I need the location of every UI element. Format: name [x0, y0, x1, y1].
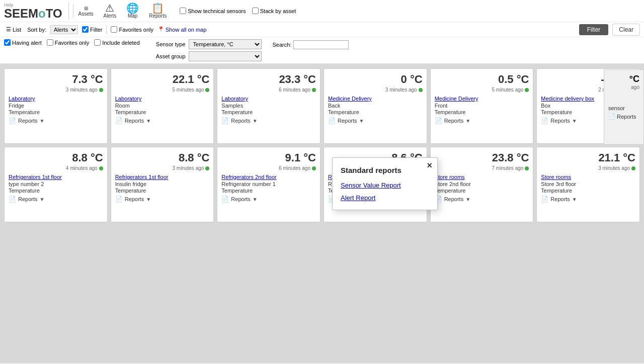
stack-by-asset-checkbox[interactable]: [252, 8, 259, 14]
show-technical-checkbox[interactable]: [180, 8, 186, 14]
card-7-sublocation: Insulin fridge: [115, 181, 210, 187]
clear-button[interactable]: Clear: [612, 24, 640, 36]
include-deleted-label[interactable]: Include deleted: [94, 39, 140, 46]
alert-report-link[interactable]: Alert Report: [341, 194, 427, 202]
map-label: Map: [128, 13, 137, 19]
card-3-dropdown[interactable]: ▼: [359, 118, 364, 124]
favorites-only-toolbar-label[interactable]: Favorites only: [111, 26, 153, 33]
card-5-dropdown[interactable]: ▼: [572, 118, 577, 124]
card-6-status: [99, 166, 103, 170]
popup-close-button[interactable]: ×: [427, 161, 432, 170]
show-all-on-map[interactable]: 📍 Show all on map: [157, 26, 206, 33]
reports-label: Reports: [149, 13, 167, 19]
favorites-only-toolbar-checkbox[interactable]: [111, 26, 117, 33]
logo-dot: o: [38, 7, 46, 20]
card-8-status: [312, 166, 316, 170]
card-1-location[interactable]: Laboratory: [115, 96, 210, 102]
filter-button[interactable]: Filter: [579, 24, 609, 35]
sensor-value-report-link[interactable]: Sensor Value Report: [341, 181, 427, 189]
card-7-dropdown[interactable]: ▼: [146, 197, 151, 202]
list-icon: ☰: [6, 26, 11, 33]
card-1-dropdown[interactable]: ▼: [146, 118, 151, 124]
card-6-location[interactable]: Refrigerators 1st floor: [9, 174, 103, 180]
card-3-location[interactable]: Medicine Delivery: [328, 96, 423, 102]
card-0-temp: 7.3 °C: [9, 73, 103, 86]
reports-nav-button[interactable]: 📋 Reports: [144, 2, 172, 20]
assets-icon: ⊞: [84, 6, 88, 11]
card-2-dropdown[interactable]: ▼: [253, 118, 258, 124]
stack-by-asset-label[interactable]: Stack by asset: [252, 8, 296, 14]
card-2-reports[interactable]: 📄 Reports ▼: [221, 117, 316, 124]
card-7-location[interactable]: Refrigerators 1st floor: [115, 174, 210, 180]
card-0-location[interactable]: Laboratory: [9, 96, 103, 102]
alerts-nav-button[interactable]: ⚠ Alerts: [99, 2, 122, 20]
card-1-reports[interactable]: 📄 Reports ▼: [115, 117, 210, 124]
card-11-reports[interactable]: 📄 Reports ▼: [541, 196, 635, 203]
filter-checks-row: Having alert Favorites only Include dele…: [4, 39, 140, 46]
card-0: 7.3 °C 3 minutes ago Laboratory Fridge T…: [4, 68, 108, 144]
include-deleted-checkbox[interactable]: [94, 39, 101, 46]
list-label: List: [13, 27, 21, 33]
card-8-location[interactable]: Refrigerators 2nd floor: [221, 174, 316, 180]
card-7-status: [205, 166, 209, 170]
card-11-sensor: Temperature: [541, 188, 635, 194]
card-4-temp: 0.5 °C: [435, 73, 529, 86]
sort-select[interactable]: Alerts: [50, 25, 78, 34]
partial-card-reports[interactable]: 📄 Reports: [608, 113, 639, 120]
card-8-reports[interactable]: 📄 Reports ▼: [221, 196, 316, 203]
card-0-dropdown[interactable]: ▼: [40, 118, 45, 124]
card-2-reports-icon: 📄: [221, 117, 229, 124]
card-1-sublocation: Room: [115, 103, 210, 109]
card-7-reports[interactable]: 📄 Reports ▼: [115, 196, 210, 203]
favorites-only-checkbox[interactable]: [47, 39, 53, 46]
card-4-reports[interactable]: 📄 Reports ▼: [435, 117, 529, 124]
card-3-reports[interactable]: 📄 Reports ▼: [328, 117, 423, 124]
card-8-sensor: Temperature: [221, 188, 316, 194]
show-technical-label[interactable]: Show technical sensors: [180, 8, 246, 14]
card-10-reports[interactable]: 📄 Reports ▼: [435, 196, 529, 203]
search-input[interactable]: [293, 40, 349, 49]
card-0-reports[interactable]: 📄 Reports ▼: [9, 117, 103, 124]
card-4: 0.5 °C 5 minutes ago Medicine Delivery F…: [430, 68, 534, 144]
card-1: 22.1 °C 5 minutes ago Laboratory Room Te…: [111, 68, 214, 144]
card-11-location[interactable]: Store rooms: [541, 174, 635, 180]
having-alert-text: Having alert: [12, 40, 42, 46]
card-6-dropdown[interactable]: ▼: [40, 197, 45, 202]
divider1: [106, 25, 107, 34]
having-alert-checkbox[interactable]: [4, 39, 11, 46]
having-alert-label[interactable]: Having alert: [4, 39, 42, 46]
card-5-reports-icon: 📄: [541, 117, 548, 124]
card-6-reports[interactable]: 📄 Reports ▼: [9, 196, 103, 203]
assets-nav-button[interactable]: ⊞ Assets: [73, 5, 99, 18]
card-7-sensor: Temperature: [115, 188, 210, 194]
header-row3: Having alert Favorites only Include dele…: [0, 37, 644, 64]
card-10-dropdown[interactable]: ▼: [465, 197, 470, 202]
card-11-dropdown[interactable]: ▼: [572, 197, 577, 202]
card-10-location[interactable]: Store rooms: [435, 174, 529, 180]
card-10-temp: 23.8 °C: [435, 151, 529, 164]
filter-checkbox-label[interactable]: Filter: [82, 26, 102, 33]
sensor-type-select[interactable]: Temperature, °C: [189, 39, 262, 49]
card-2-sublocation: Samples: [221, 103, 316, 109]
logo-wrap: Help SEEMoTO: [4, 3, 69, 20]
filter-checkbox[interactable]: [82, 26, 89, 33]
card-7-temp: 8.8 °C: [115, 151, 210, 164]
card-4-location[interactable]: Medicine Delivery: [435, 96, 529, 102]
card-3-sublocation: Back: [328, 103, 423, 109]
map-nav-button[interactable]: 🌐 Map: [121, 2, 144, 20]
card-2-location[interactable]: Laboratory: [221, 96, 316, 102]
card-10: 23.8 °C 7 minutes ago Store rooms Store …: [430, 147, 534, 222]
card-8-dropdown[interactable]: ▼: [253, 197, 258, 202]
list-button[interactable]: ☰ List: [4, 25, 23, 34]
favorites-only-label[interactable]: Favorites only: [47, 39, 89, 46]
asset-group-select[interactable]: [189, 51, 262, 61]
card-6-time: 4 minutes ago: [9, 165, 103, 171]
card-6: 8.8 °C 4 minutes ago Refrigerators 1st f…: [4, 147, 108, 222]
card-2-time: 6 minutes ago: [221, 87, 316, 93]
sensor-type-row: Sensor type Temperature, °C: [156, 39, 262, 49]
map-icon: 🌐: [126, 3, 139, 13]
card-11-sublocation: Store 3rd floor: [541, 181, 635, 187]
asset-group-label: Asset group: [156, 53, 186, 59]
card-4-dropdown[interactable]: ▼: [465, 118, 470, 124]
stack-by-asset-text: Stack by asset: [260, 8, 296, 14]
